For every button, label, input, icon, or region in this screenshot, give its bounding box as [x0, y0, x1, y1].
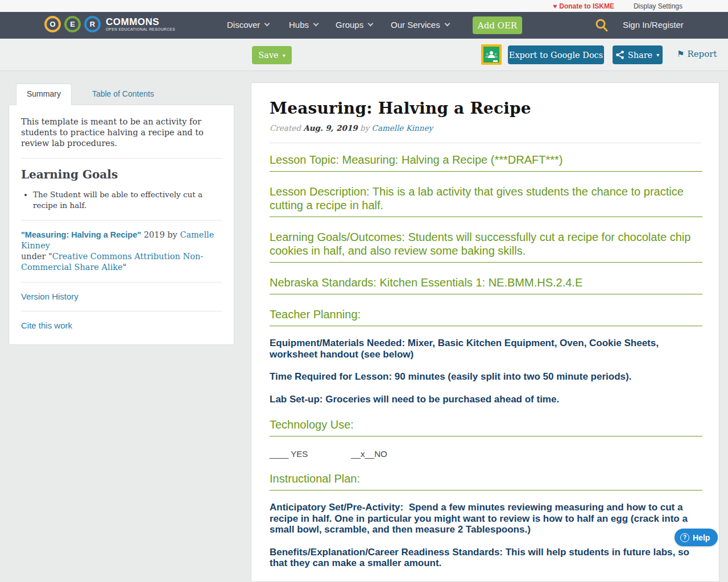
created-byline: Created Aug. 9, 2019 by Camelle Kinney: [270, 123, 701, 132]
nebraska-standards-heading: Nebraska Standards: Kitchen Essentials 1…: [270, 276, 702, 294]
activities-paragraph: Activities (i.e. instructions, lesson, l…: [270, 580, 702, 582]
lesson-description-heading: Lesson Description: This is a lab activi…: [270, 185, 702, 217]
technology-use-heading: Technology Use:: [270, 418, 702, 436]
main-navbar: O E R COMMONS OPEN EDUCATIONAL RESOURCES…: [0, 12, 728, 39]
tab-table-of-contents[interactable]: Table of Contents: [82, 84, 164, 105]
resource-description: This template is meant to be an activity…: [21, 117, 222, 149]
flag-icon: ⚑: [677, 49, 684, 59]
tab-summary[interactable]: Summary: [16, 84, 72, 105]
sign-in-register-link[interactable]: Sign In/Register: [623, 20, 684, 30]
chevron-down-icon: [368, 21, 374, 27]
learning-goal-item: The Student will be able to effectively …: [33, 189, 222, 211]
search-icon[interactable]: [594, 18, 610, 34]
nav-item-discover[interactable]: Discover: [227, 20, 269, 30]
heart-icon: ♥: [553, 2, 557, 10]
nav-item-groups[interactable]: Groups: [336, 20, 373, 30]
export-to-google-docs-button[interactable]: Export to Google Docs: [508, 45, 604, 64]
resource-action-bar: Save▾ Export to Google Docs Share▾ ⚑Repo…: [0, 39, 728, 71]
logo-subtitle: OPEN EDUCATIONAL RESOURCES: [106, 28, 175, 32]
time-required-paragraph: Time Required for Lesson: 90 minutes (ea…: [270, 371, 702, 383]
top-utility-bar: ♥Donate to ISKME Display Settings: [0, 0, 728, 12]
divider: [21, 282, 222, 282]
report-link[interactable]: ⚑Report: [677, 49, 717, 59]
caret-down-icon: ▾: [283, 52, 286, 59]
divider: [21, 158, 222, 159]
equipment-paragraph: Equipment/Materials Needed: Mixer, Basic…: [270, 338, 702, 360]
teacher-planning-heading: Teacher Planning:: [270, 307, 702, 326]
share-button[interactable]: Share▾: [613, 45, 663, 64]
lab-setup-paragraph: Lab Set-up: Groceries will need to be pu…: [270, 394, 702, 405]
logo-ring-e: E: [64, 16, 81, 32]
chevron-down-icon: [264, 21, 270, 27]
share-icon: [616, 51, 624, 59]
author-link[interactable]: Camelle Kinney: [372, 123, 433, 132]
summary-sidebar: Summary Table of Contents This template …: [9, 84, 234, 345]
learning-goals-title: Learning Goals: [21, 168, 222, 181]
page-title: Measuring: Halving a Recipe: [270, 99, 701, 118]
attribution-text: "Measuring: Halving a Recipe" 2019 by Ca…: [21, 230, 222, 273]
question-icon: ?: [680, 533, 689, 542]
oer-commons-logo[interactable]: O E R COMMONS OPEN EDUCATIONAL RESOURCES: [44, 16, 175, 32]
summary-panel: This template is meant to be an activity…: [9, 105, 234, 345]
divider: [21, 220, 222, 221]
nav-item-our-services[interactable]: Our Services: [391, 20, 449, 30]
cite-this-work-link[interactable]: Cite this work: [21, 321, 72, 330]
work-title-link[interactable]: "Measuring: Halving a Recipe": [21, 230, 141, 239]
chevron-down-icon: [444, 21, 450, 27]
lesson-topic-heading: Lesson Topic: Measuring: Halving a Recip…: [270, 153, 702, 172]
logo-title: COMMONS: [106, 17, 175, 27]
caret-down-icon: ▾: [656, 52, 659, 58]
logo-ring-r: R: [84, 16, 101, 32]
anticipatory-set-paragraph: Anticipatory Set/Pre-Activity: Spend a f…: [270, 502, 702, 535]
benefits-paragraph: Benefits/Explanation/Career Readiness St…: [270, 547, 702, 569]
nav-item-hubs[interactable]: Hubs: [289, 20, 318, 30]
resource-header: Measuring: Halving a Recipe Created Aug.…: [251, 83, 719, 143]
instructional-plan-heading: Instructional Plan:: [270, 472, 702, 490]
learning-goals-outcomes-heading: Learning Goals/Outcomes: Students will s…: [270, 230, 702, 263]
add-oer-button[interactable]: Add OER: [473, 16, 522, 34]
divider: [21, 311, 222, 311]
created-date: Aug. 9, 2019: [303, 123, 358, 132]
lesson-body: Lesson Topic: Measuring: Halving a Recip…: [251, 153, 719, 582]
chevron-down-icon: [313, 21, 319, 27]
learning-goals-list: The Student will be able to effectively …: [33, 189, 222, 211]
technology-yes-no: ____ YES __x__NO: [270, 449, 702, 459]
save-button[interactable]: Save▾: [252, 46, 292, 64]
resource-content-card: Measuring: Halving a Recipe Created Aug.…: [251, 82, 719, 582]
version-history-link[interactable]: Version History: [21, 292, 78, 301]
help-button[interactable]: ? Help: [675, 529, 718, 546]
donate-link[interactable]: ♥Donate to ISKME: [553, 2, 614, 10]
divider: [270, 143, 701, 143]
logo-ring-o: O: [44, 16, 61, 32]
sidebar-tabs: Summary Table of Contents: [9, 84, 234, 105]
google-classroom-icon[interactable]: [481, 44, 502, 65]
display-settings-link[interactable]: Display Settings: [634, 2, 682, 10]
